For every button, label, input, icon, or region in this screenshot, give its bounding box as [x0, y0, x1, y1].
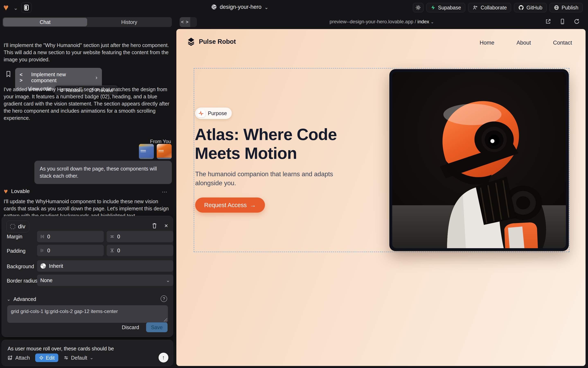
- selected-element-tag: div: [18, 223, 25, 230]
- margin-x-input[interactable]: 0: [37, 231, 104, 242]
- tab-history[interactable]: History: [87, 18, 171, 26]
- nav-link-home[interactable]: Home: [480, 40, 494, 46]
- site-brand[interactable]: Pulse Robot: [187, 37, 236, 46]
- purpose-badge: Purpose: [195, 108, 232, 119]
- user-message-bubble: As you scroll down the page, these compo…: [34, 161, 172, 184]
- background-value: Inherit: [49, 263, 63, 269]
- nav-link-contact[interactable]: Contact: [553, 40, 572, 46]
- lovable-heart-icon: ♥: [4, 187, 8, 195]
- assistant-message-2: I've added a new "Why Humanoid" section …: [4, 86, 170, 122]
- padding-y-input[interactable]: 0: [107, 245, 173, 256]
- robot-image: [392, 72, 566, 248]
- site-brand-name: Pulse Robot: [199, 38, 236, 45]
- attachment-thumbnail-orange[interactable]: [157, 144, 172, 159]
- project-name: design-your-hero: [220, 4, 261, 10]
- top-bar-actions: Supabase Collaborate GitHub: [413, 3, 583, 12]
- edit-label: Edit: [46, 355, 55, 361]
- publish-label: Publish: [562, 5, 579, 11]
- supabase-button[interactable]: Supabase: [426, 3, 465, 12]
- advanced-chevron-down-icon: ⌄: [7, 297, 10, 302]
- logo-chevron-down-icon[interactable]: ⌄: [13, 5, 18, 11]
- save-button[interactable]: Save: [146, 322, 168, 332]
- site-preview: Pulse Robot Home About Contact Purpose A…: [176, 29, 586, 366]
- project-chevron-down-icon: ⌄: [264, 4, 268, 10]
- url-separator: /: [415, 19, 416, 24]
- attach-button[interactable]: Attach: [8, 355, 30, 361]
- hero-robot-card: [389, 69, 569, 251]
- open-in-new-tab-button[interactable]: [545, 18, 551, 25]
- publish-globe-icon: [554, 5, 559, 10]
- padding-y-value: 0: [117, 248, 120, 254]
- element-outline-icon: [10, 224, 15, 229]
- collaborate-label: Collaborate: [481, 5, 507, 11]
- message-more-icon[interactable]: …: [162, 187, 168, 194]
- github-label: GitHub: [526, 5, 542, 11]
- target-icon: [39, 355, 44, 360]
- send-button[interactable]: ↑: [159, 353, 168, 362]
- delete-element-button[interactable]: [152, 223, 157, 229]
- border-radius-select[interactable]: None ⌄: [37, 275, 173, 286]
- settings-button[interactable]: [413, 3, 424, 12]
- discard-button[interactable]: Discard: [122, 324, 139, 330]
- padding-vertical-icon: [110, 248, 114, 253]
- edit-mode-button[interactable]: Edit: [35, 353, 58, 362]
- project-switcher[interactable]: design-your-hero ⌄: [211, 4, 268, 10]
- margin-horizontal-icon: [40, 234, 44, 239]
- hero-heading-line2: Meets Motion: [195, 144, 337, 163]
- assistant-message-1: I'll implement the "Why Humanoid" sectio…: [4, 42, 170, 63]
- mobile-view-button[interactable]: [559, 18, 566, 25]
- margin-y-input[interactable]: 0: [107, 231, 173, 242]
- close-inspector-button[interactable]: ×: [164, 222, 168, 229]
- chat-history-tabs: Chat History: [2, 17, 172, 27]
- composer-draft-text[interactable]: As user mouse roll over, these cards sho…: [8, 346, 114, 352]
- padding-x-input[interactable]: 0: [37, 245, 104, 256]
- tailwind-classes-textarea[interactable]: grid grid-cols-1 lg:grid-cols-2 gap-12 i…: [7, 305, 168, 323]
- select-chevron-down-icon: ⌄: [166, 277, 170, 283]
- attach-label: Attach: [15, 355, 30, 361]
- collaborate-button[interactable]: Collaborate: [468, 3, 511, 12]
- tab-chat[interactable]: Chat: [3, 18, 87, 26]
- github-button[interactable]: GitHub: [514, 3, 547, 12]
- mode-label: Default: [71, 355, 87, 361]
- code-icon: < >: [20, 72, 28, 83]
- purpose-badge-label: Purpose: [208, 110, 227, 116]
- arrow-right-icon: →: [250, 202, 256, 209]
- refresh-button[interactable]: [574, 18, 580, 25]
- hero-subtitle: The humanoid companion that learns and a…: [195, 170, 333, 188]
- margin-label: Margin: [7, 234, 22, 239]
- bookmark-icon[interactable]: [6, 71, 11, 77]
- component-card-title: Implement new component: [31, 72, 93, 83]
- margin-vertical-icon: [110, 234, 114, 239]
- assistant-header: ♥ Lovable: [4, 187, 30, 195]
- border-radius-label: Border radius: [7, 278, 38, 284]
- advanced-section-toggle[interactable]: ⌄ Advanced: [7, 296, 36, 302]
- model-mode-selector[interactable]: Default ⌄: [64, 355, 94, 361]
- attachment-thumbnail-blue[interactable]: [139, 144, 154, 159]
- top-bar: ♥ ⌄ design-your-hero ⌄: [0, 0, 588, 15]
- chat-composer[interactable]: As user mouse roll over, these cards sho…: [2, 340, 173, 366]
- background-label: Background: [7, 264, 34, 269]
- hero-heading: Atlas: Where Code Meets Motion: [195, 125, 337, 163]
- padding-label: Padding: [7, 248, 26, 254]
- margin-x-value: 0: [47, 234, 50, 239]
- help-icon[interactable]: ?: [161, 295, 167, 302]
- mode-chevron-down-icon: ⌄: [90, 355, 93, 360]
- preview-url[interactable]: preview--design-your-hero.lovable.app / …: [176, 19, 588, 25]
- request-access-button[interactable]: Request Access →: [195, 197, 265, 213]
- textarea-resize-handle[interactable]: [164, 318, 167, 322]
- selected-element-chip[interactable]: div: [6, 221, 29, 232]
- nav-link-about[interactable]: About: [516, 40, 531, 46]
- border-radius-value: None: [40, 277, 53, 283]
- attach-image-icon: [8, 355, 13, 360]
- sidebar-toggle-button[interactable]: [21, 2, 31, 13]
- preview-url-page: index: [416, 19, 429, 24]
- request-access-label: Request Access: [204, 202, 247, 209]
- background-input[interactable]: Inherit: [37, 260, 173, 272]
- lovable-logo-icon[interactable]: ♥: [3, 2, 9, 13]
- publish-button[interactable]: Publish: [550, 3, 583, 12]
- sidebar-panel-icon: [24, 5, 29, 10]
- preview-url-host: preview--design-your-hero.lovable.app: [330, 19, 415, 24]
- padding-x-value: 0: [47, 248, 50, 254]
- element-inspector-panel: div × Margin 0 0 Padding 0: [2, 216, 173, 337]
- url-chevron-down-icon: ⌄: [430, 20, 434, 24]
